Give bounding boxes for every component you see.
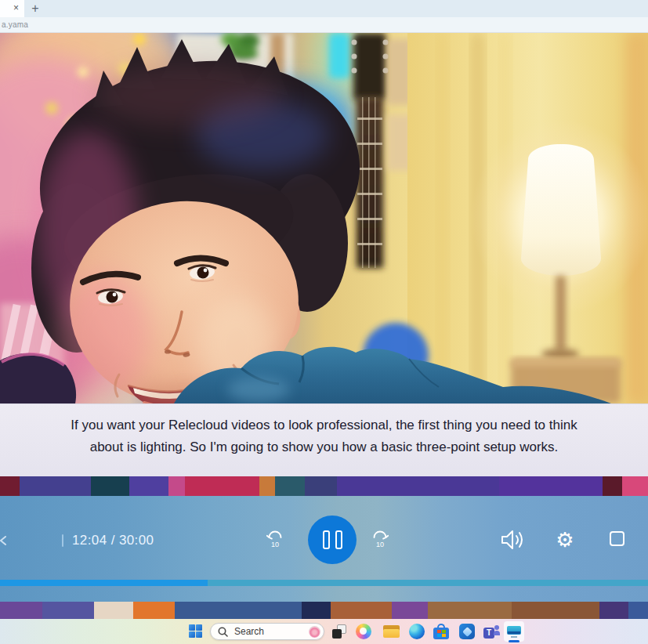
play-pause-button[interactable] <box>308 516 357 564</box>
browser-tab[interactable]: × <box>0 0 24 17</box>
taskbar: Search T <box>0 619 648 644</box>
copilot-button[interactable] <box>356 624 371 639</box>
url-text: a.yama <box>2 20 28 29</box>
windows-logo-icon <box>189 624 195 631</box>
skip-forward-button[interactable]: 10 <box>371 530 389 549</box>
settings-button[interactable]: ⚙ <box>553 528 577 552</box>
video-strip-upper <box>0 476 648 496</box>
skip-back-button[interactable]: 10 <box>266 530 284 549</box>
browser-tab-strip: × + <box>0 0 648 17</box>
pause-icon <box>323 530 330 549</box>
new-tab-button[interactable]: + <box>28 2 42 16</box>
teams-button[interactable]: T <box>483 624 500 639</box>
video-app-icon <box>507 626 521 638</box>
caption-overlay: If you want your Relecloud videos to loo… <box>0 403 648 476</box>
screen: × + a.yama <box>0 0 648 644</box>
tab-close-icon[interactable]: × <box>10 2 22 14</box>
fullscreen-button[interactable] <box>610 531 624 546</box>
start-button[interactable] <box>189 624 202 638</box>
active-app-indicator <box>509 640 519 642</box>
caption-line-2: about is lighting. So I'm going to show … <box>0 436 648 458</box>
file-explorer-button[interactable] <box>383 625 400 638</box>
speaker-icon <box>502 531 512 548</box>
address-bar[interactable]: a.yama <box>0 17 648 33</box>
search-box[interactable]: Search <box>210 623 324 640</box>
progress-bar[interactable] <box>0 580 648 586</box>
clipped-left-icon <box>0 535 7 546</box>
active-video-app-button[interactable] <box>504 621 524 642</box>
microsoft-365-button[interactable] <box>459 624 475 639</box>
search-label: Search <box>234 626 309 637</box>
volume-button[interactable] <box>500 529 527 551</box>
video-strip-lower <box>0 602 648 619</box>
skip-forward-label: 10 <box>376 541 384 548</box>
search-icon <box>218 627 228 637</box>
time-separator: | <box>62 534 63 547</box>
teams-icon: T <box>483 628 494 639</box>
progress-bar-fill <box>0 580 208 586</box>
pause-icon <box>335 530 342 549</box>
store-button[interactable] <box>433 624 449 639</box>
caption-line-1: If you want your Relecloud videos to loo… <box>0 414 648 436</box>
task-view-button[interactable] <box>332 624 346 639</box>
gear-icon: ⚙ <box>556 528 574 552</box>
video-surface[interactable] <box>0 33 648 403</box>
search-highlight-image[interactable] <box>309 626 320 638</box>
time-display: 12:04 / 30:00 <box>72 533 154 548</box>
skip-back-label: 10 <box>271 541 279 548</box>
control-bar: | 12:04 / 30:00 10 10 ⚙ <box>0 496 648 602</box>
edge-button[interactable] <box>409 624 425 639</box>
